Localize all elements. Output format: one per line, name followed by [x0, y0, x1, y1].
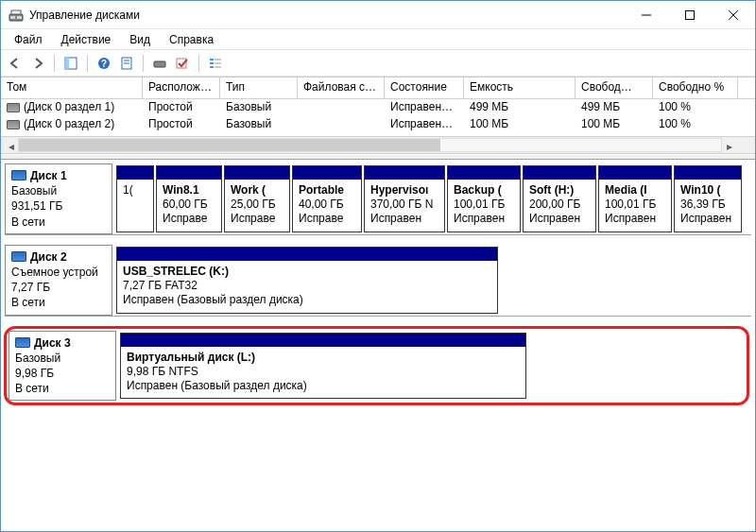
disk-title: Диск 3	[34, 336, 71, 350]
partition-size: 9,98 ГБ NTFS	[127, 365, 520, 379]
disk-icon	[11, 251, 26, 262]
partition-size: 36,39 ГБ	[680, 197, 735, 212]
vol-free: 499 МБ	[576, 99, 653, 116]
disk-3-highlight-box: Диск 3 Базовый 9,98 ГБ В сети Виртуальны…	[4, 326, 749, 406]
menu-action[interactable]: Действие	[52, 31, 121, 48]
partition-box[interactable]: Soft (H:)200,00 ГБИсправен	[523, 165, 596, 232]
disk-kind: Базовый	[15, 351, 110, 366]
partition-box[interactable]: Виртуальный диск (L:)9,98 ГБ NTFSИсправе…	[120, 333, 526, 400]
table-row[interactable]: (Диск 0 раздел 1) Простой Базовый Исправ…	[1, 99, 755, 116]
partition-name: Soft (H:)	[529, 183, 590, 197]
partition-state: Исправен	[529, 212, 590, 226]
horizontal-scrollbar[interactable]: ◂ ▸	[1, 137, 755, 154]
minimize-button[interactable]	[625, 1, 668, 29]
forward-button[interactable]	[27, 53, 48, 74]
partition-name: Win8.1	[163, 183, 215, 197]
disk-info[interactable]: Диск 3 Базовый 9,98 ГБ В сети	[9, 331, 116, 402]
partition-size: 100,01 ГБ	[605, 197, 665, 212]
close-button[interactable]	[712, 1, 755, 29]
partition-box[interactable]: Work (25,00 ГБИсправе	[224, 165, 290, 232]
partition-size: 200,00 ГБ	[529, 197, 590, 212]
partition-box[interactable]: Win8.160,00 ГБИсправе	[156, 165, 222, 232]
disk-info[interactable]: Диск 1 Базовый 931,51 ГБ В сети	[5, 163, 112, 234]
menubar: Файл Действие Вид Справка	[1, 29, 755, 50]
partition-state: Исправен	[454, 212, 514, 226]
svg-text:?: ?	[101, 59, 107, 69]
partition-size: 100,01 ГБ	[454, 197, 514, 212]
partition-color-bar	[365, 166, 444, 180]
vol-pct: 100 %	[653, 116, 738, 133]
vol-name: (Диск 0 раздел 2)	[24, 117, 114, 130]
svg-rect-3	[11, 10, 21, 14]
col-free-pct[interactable]: Свободно %	[653, 77, 738, 98]
partition-state: Исправе	[231, 212, 284, 226]
show-hide-tree-button[interactable]	[60, 53, 81, 74]
menu-view[interactable]: Вид	[120, 31, 160, 48]
back-button[interactable]	[5, 53, 26, 74]
volume-list-button[interactable]	[149, 53, 170, 74]
col-fs[interactable]: Файловая с…	[298, 77, 385, 98]
disk-info[interactable]: Диск 2 Съемное устрой 7,27 ГБ В сети	[5, 245, 112, 316]
svg-rect-5	[686, 10, 695, 19]
vol-state: Исправен…	[385, 99, 464, 116]
toolbar-separator	[198, 55, 199, 72]
col-state[interactable]: Состояние	[385, 77, 464, 98]
partition-body: USB_STRELEC (K:)7,27 ГБ FAT32Исправен (Б…	[117, 261, 497, 313]
check-button[interactable]	[172, 53, 193, 74]
partition-name: Win10 (	[680, 183, 735, 197]
svg-rect-19	[210, 62, 214, 64]
svg-rect-2	[17, 16, 22, 19]
partition-box[interactable]: USB_STRELEC (K:)7,27 ГБ FAT32Исправен (Б…	[116, 247, 498, 314]
partition-state: Исправен (Базовый раздел диска)	[127, 379, 520, 393]
partition-state: Исправе	[299, 212, 355, 226]
maximize-button[interactable]	[668, 1, 712, 29]
col-volume[interactable]: Том	[1, 77, 143, 98]
partition-box[interactable]: 1(	[116, 165, 154, 232]
col-type[interactable]: Тип	[220, 77, 298, 98]
disk-title: Диск 1	[30, 169, 67, 182]
help-button[interactable]: ?	[94, 53, 114, 74]
table-row[interactable]: (Диск 0 раздел 2) Простой Базовый Исправ…	[1, 116, 755, 133]
svg-rect-17	[210, 59, 214, 60]
partition-size: 60,00 ГБ	[163, 197, 215, 212]
vol-state: Исправен…	[385, 116, 464, 133]
partition-color-bar	[117, 248, 497, 261]
partition-color-bar	[117, 166, 153, 180]
disk-row-1: Диск 1 Базовый 931,51 ГБ В сети 1(Win8.1…	[5, 163, 751, 235]
partition-color-bar	[293, 166, 361, 180]
partition-state: Исправен	[370, 212, 438, 226]
toolbar-separator	[87, 55, 88, 72]
svg-rect-1	[10, 16, 15, 19]
menu-file[interactable]: Файл	[5, 31, 52, 48]
svg-rect-22	[215, 66, 221, 68]
disk-size: 9,98 ГБ	[15, 366, 110, 381]
disk-status: В сети	[11, 215, 106, 230]
menu-help[interactable]: Справка	[160, 31, 223, 48]
partition-body: Work (25,00 ГБИсправе	[225, 180, 289, 232]
col-layout[interactable]: Располож…	[143, 77, 220, 98]
partition-box[interactable]: Backup (100,01 ГБИсправен	[447, 165, 521, 232]
partition-color-bar	[448, 166, 520, 180]
partition-box[interactable]: Media (I100,01 ГБИсправен	[598, 165, 672, 232]
partition-body: Hypervisoı370,00 ГБ NИсправен	[365, 180, 444, 232]
partition-box[interactable]: Win10 (36,39 ГБИсправен	[674, 165, 742, 232]
disk-row-3: Диск 3 Базовый 9,98 ГБ В сети Виртуальны…	[9, 331, 739, 402]
col-free[interactable]: Свобод…	[576, 77, 653, 98]
partition-size: 25,00 ГБ	[231, 197, 284, 212]
scrollbar-thumb[interactable]	[19, 139, 440, 151]
partition-body: Виртуальный диск (L:)9,98 ГБ NTFSИсправе…	[121, 347, 525, 399]
partition-color-bar	[599, 166, 671, 180]
partition-box[interactable]: Hypervisoı370,00 ГБ NИсправен	[364, 165, 445, 232]
partition-name: Виртуальный диск (L:)	[127, 351, 520, 365]
disk-icon	[7, 103, 20, 112]
properties-button[interactable]	[116, 53, 137, 74]
partition-body: 1(	[117, 180, 153, 232]
col-capacity[interactable]: Емкость	[464, 77, 576, 98]
disk-graphical-view: Диск 1 Базовый 931,51 ГБ В сети 1(Win8.1…	[1, 160, 755, 532]
partition-body: Win8.160,00 ГБИсправе	[157, 180, 221, 232]
partition-color-bar	[225, 166, 289, 180]
list-view-button[interactable]	[205, 53, 226, 74]
disk-status: В сети	[11, 295, 106, 310]
partition-box[interactable]: Portable40,00 ГБИсправе	[292, 165, 362, 232]
disk-icon	[7, 120, 20, 129]
